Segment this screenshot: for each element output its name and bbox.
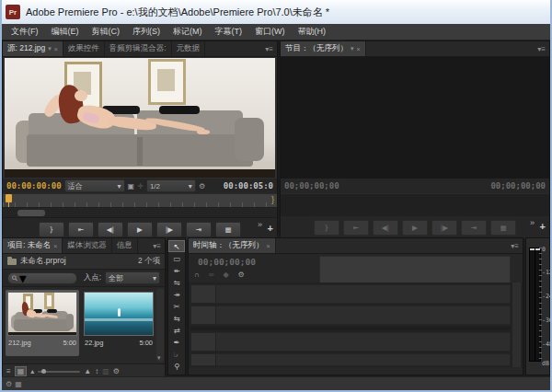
timeline-timecode[interactable]: 00;00;00;00 (198, 257, 256, 267)
in-point-filter-select[interactable]: 全部 ▾ (105, 271, 160, 284)
menu-help[interactable]: 帮助(H) (293, 24, 332, 40)
export-frame-icon[interactable]: ▣ (128, 182, 135, 190)
add-button-icon[interactable]: + (268, 223, 273, 234)
tab-media-browser[interactable]: 媒体浏览器 (63, 238, 112, 253)
zoom-tool[interactable]: ⚲ (168, 360, 185, 372)
slide-tool[interactable]: ⇄ (168, 324, 185, 336)
lift-button[interactable]: ▦ (490, 220, 516, 236)
gear-icon[interactable]: ⚙ (6, 380, 12, 388)
menu-window[interactable]: 窗口(W) (249, 24, 291, 40)
fit-select[interactable]: 适合 ▾ (64, 179, 125, 192)
zoom-out-icon[interactable]: ▴ (30, 367, 34, 375)
workspace-icon[interactable]: ▦ (15, 380, 22, 388)
video-track-1[interactable] (190, 306, 511, 325)
clip-item-212[interactable]: 212.jpg 5:00 (6, 290, 79, 356)
step-back-button[interactable]: ◀| (98, 222, 123, 237)
goto-out-button[interactable]: ⇥ (186, 222, 212, 237)
slip-tool[interactable]: ⇆ (168, 312, 185, 324)
menu-clip[interactable]: 剪辑(C) (86, 24, 126, 40)
icon-view-icon[interactable]: ▦ (15, 366, 28, 376)
add-marker-icon[interactable]: ✛ (137, 182, 144, 190)
tab-info[interactable]: 信息 (112, 238, 138, 253)
menu-marker[interactable]: 标记(M) (167, 24, 208, 40)
selection-tool[interactable]: ↖ (168, 240, 185, 252)
scroll-down-icon[interactable]: ▾ (157, 354, 161, 362)
clip-thumbnail[interactable] (84, 292, 154, 336)
more-controls-icon[interactable]: » (258, 220, 262, 229)
sort-icon[interactable]: ↕ (95, 367, 98, 375)
step-back-button[interactable]: ◀| (373, 220, 398, 236)
close-icon[interactable]: × (357, 46, 361, 52)
tab-audio-clip-mixer[interactable]: 音频剪辑混合器: (105, 41, 172, 56)
menu-sequence[interactable]: 序列(S) (127, 24, 166, 40)
razor-tool[interactable]: ✂ (168, 300, 185, 312)
menu-file[interactable]: 文件(F) (6, 24, 44, 40)
track-divider[interactable] (190, 327, 511, 330)
tab-source[interactable]: 源: 212.jpg ▾ × (3, 41, 63, 56)
audio-track-1[interactable] (190, 332, 511, 352)
timeline-scrollbar[interactable] (512, 282, 521, 367)
rate-stretch-tool[interactable]: ↠ (168, 288, 185, 300)
play-button[interactable]: ▶ (127, 222, 153, 237)
mark-out-button[interactable]: } (314, 220, 339, 236)
source-current-timecode[interactable]: 00:00:00:00 (6, 181, 62, 190)
program-ruler-area (281, 193, 549, 216)
list-view-icon[interactable]: ≡ (6, 367, 11, 375)
title-bar[interactable]: Pr Adobe Premiere Pro - e:\我的文档\Adobe\Pr… (0, 0, 552, 25)
tab-project[interactable]: 项目: 未命名 × (3, 238, 63, 253)
close-icon[interactable]: × (267, 243, 270, 249)
tab-metadata[interactable]: 元数据 (172, 41, 206, 56)
step-forward-button[interactable]: |▶ (431, 220, 457, 236)
automate-to-sequence-icon[interactable]: ▥ (102, 367, 109, 375)
snap-icon[interactable]: ∩ (194, 271, 200, 279)
track-select-tool[interactable]: ▭ (168, 252, 185, 264)
mark-out-button[interactable]: } (39, 222, 64, 237)
panel-menu-icon[interactable]: ▾≡ (149, 238, 165, 253)
goto-in-button[interactable]: ⇤ (343, 220, 369, 236)
thumbnail-size-slider[interactable] (38, 371, 80, 373)
play-button[interactable]: ▶ (402, 220, 428, 236)
zoom-in-icon[interactable]: ▲ (84, 367, 91, 375)
clip-item-22[interactable]: 22.jpg 5:00 (82, 290, 155, 356)
video-track-2[interactable] (190, 284, 511, 304)
out-point-marker[interactable]: } (271, 194, 274, 206)
source-scrollbar[interactable] (3, 208, 277, 218)
goto-in-button[interactable]: ⇤ (68, 222, 94, 237)
settings-wrench-icon[interactable]: ⚙ (199, 182, 205, 190)
marker-icon[interactable]: ◆ (223, 271, 228, 279)
more-controls-icon[interactable]: » (530, 218, 535, 227)
tab-effect-controls[interactable]: 效果控件 (63, 41, 105, 56)
project-settings-wrench-icon[interactable]: ⚙ (113, 367, 120, 375)
clip-thumbnail[interactable] (7, 292, 77, 336)
chevron-down-icon[interactable]: ▾ (351, 45, 354, 52)
menu-title[interactable]: 字幕(T) (210, 24, 248, 40)
linked-selection-icon[interactable]: ∞ (209, 271, 214, 279)
tab-timeline[interactable]: 时间轴：（无序列） × (189, 238, 276, 253)
step-forward-button[interactable]: |▶ (156, 222, 182, 237)
chevron-down-icon[interactable]: ▾ (19, 270, 27, 287)
chevron-down-icon[interactable]: ▾ (48, 45, 52, 52)
app-icon[interactable]: Pr (6, 5, 20, 19)
tab-program[interactable]: 节目：（无序列） ▾ × (281, 41, 366, 56)
pen-tool[interactable]: ✒ (168, 336, 185, 348)
audio-track-2[interactable] (190, 353, 511, 366)
project-scrollbar[interactable]: ▾ (156, 289, 164, 362)
close-icon[interactable]: × (54, 46, 58, 52)
search-input[interactable]: ⚲ ▾ (7, 272, 77, 284)
panel-menu-icon[interactable]: ▾≡ (261, 41, 277, 56)
close-icon[interactable]: × (53, 243, 57, 249)
insert-button[interactable]: ▦ (215, 222, 241, 237)
hand-tool[interactable]: ☞ (168, 348, 185, 360)
add-button-icon[interactable]: + (540, 221, 546, 232)
goto-out-button[interactable]: ⇥ (461, 220, 487, 236)
menu-edit[interactable]: 编辑(E) (46, 24, 85, 40)
rolling-edit-tool[interactable]: ⇋ (168, 276, 185, 288)
panel-menu-icon[interactable]: ▾≡ (507, 238, 523, 253)
panel-menu-icon[interactable]: ▾≡ (534, 41, 549, 56)
project-file-name[interactable]: 未命名.prproj (20, 256, 66, 267)
ripple-edit-tool[interactable]: ↞ (168, 264, 185, 276)
timeline-settings-wrench-icon[interactable]: ⚙ (238, 271, 245, 279)
source-time-ruler[interactable]: } (3, 193, 277, 208)
resolution-select[interactable]: 1/2 ▾ (146, 179, 196, 192)
timeline-ruler[interactable] (319, 256, 511, 283)
